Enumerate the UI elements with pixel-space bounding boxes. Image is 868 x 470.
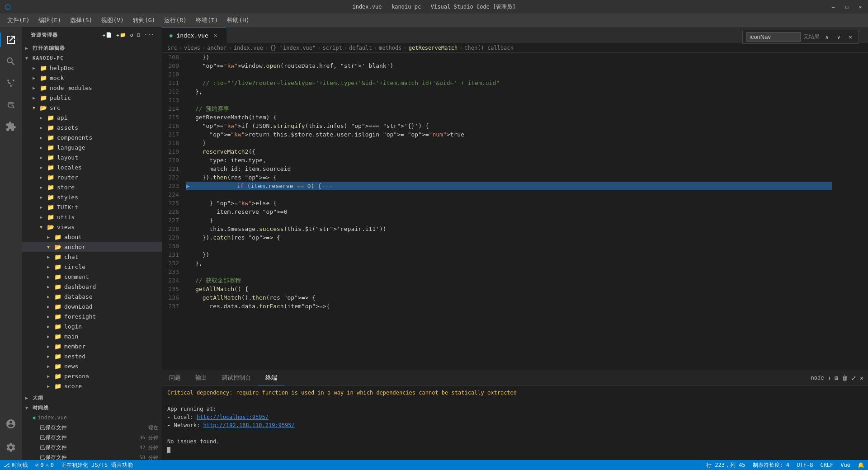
sidebar-item-layout[interactable]: ▶ 📁 layout [22, 152, 162, 162]
code-line-229[interactable]: }).catch(res "op">=> { [186, 233, 832, 242]
code-line-208[interactable]: }) [186, 53, 832, 61]
code-line-209[interactable]: "op">="kw">window.open(routeData.href, "… [186, 61, 832, 70]
sidebar-item-mock[interactable]: ▶ 📁 mock [22, 73, 162, 83]
sidebar-item-language[interactable]: ▶ 📁 language [22, 142, 162, 152]
find-prev-button[interactable]: ∧ [822, 33, 831, 42]
code-line-212[interactable]: }, [186, 87, 832, 96]
activity-extensions[interactable] [0, 116, 22, 137]
breadcrumb-then-callback[interactable]: then() callback [464, 45, 513, 51]
new-file-icon[interactable]: +📄 [103, 32, 113, 38]
terminal-kill-button[interactable]: 🗑 [842, 375, 848, 381]
sidebar-item-circle[interactable]: ▶ 📁 circle [22, 262, 162, 272]
code-line-232[interactable]: }, [186, 259, 832, 268]
sidebar-item-database[interactable]: ▶ 📁 database [22, 291, 162, 301]
status-notifications[interactable]: 🔔 [854, 460, 868, 470]
code-line-222[interactable]: }).then(res "op">=> { [186, 173, 832, 182]
code-line-216[interactable]: "op">="kw">if (JSON.stringify(this.infos… [186, 122, 832, 130]
code-line-228[interactable]: this.$message.success(this.$t("str">'rep… [186, 225, 832, 233]
code-line-237[interactable]: res.data.data.forEach(item"op">=>{ [186, 302, 832, 310]
activity-git[interactable] [0, 72, 22, 94]
sidebar-item-main[interactable]: ▶ 📁 main [22, 331, 162, 341]
fold-arrow-223[interactable]: ▶ [186, 182, 195, 190]
new-folder-icon[interactable]: +📁 [116, 32, 127, 38]
code-line-221[interactable]: match_id: item.sourceid [186, 164, 832, 173]
terminal-output[interactable]: Critical dependency: require function is… [162, 386, 868, 460]
minimize-button[interactable]: — [830, 4, 836, 10]
terminal-add-button[interactable]: + [828, 375, 831, 381]
sidebar-item-persona[interactable]: ▶ 📁 persona [22, 371, 162, 381]
sidebar-item-views[interactable]: ▼ 📂 views [22, 222, 162, 232]
code-line-225[interactable]: } "op">="kw">else { [186, 199, 832, 207]
outline-section[interactable]: ▶ 大纲 [22, 393, 162, 403]
sidebar-item-dashboard[interactable]: ▶ 📁 dashboard [22, 282, 162, 291]
code-line-230[interactable] [186, 242, 832, 250]
menu-goto[interactable]: 转到(G) [129, 14, 159, 26]
breadcrumb-src[interactable]: src [167, 45, 177, 51]
status-sync[interactable]: 正在初始化 JS/TS 语言功能 [57, 460, 137, 470]
menu-run[interactable]: 运行(R) [160, 14, 190, 26]
sidebar-item-comment[interactable]: ▶ 📁 comment [22, 272, 162, 282]
find-close-button[interactable]: ✕ [846, 33, 855, 42]
sidebar-item-news[interactable]: ▶ 📁 news [22, 361, 162, 371]
activity-search[interactable] [0, 51, 22, 72]
find-next-button[interactable]: ∨ [834, 33, 843, 42]
breadcrumb-anchor[interactable]: anchor [207, 45, 226, 51]
code-line-210[interactable] [186, 70, 832, 79]
menu-select[interactable]: 选择(S) [66, 14, 96, 26]
breadcrumb-script[interactable]: script [323, 45, 342, 51]
more-icon[interactable]: ··· [144, 32, 155, 38]
breadcrumb-views[interactable]: views [184, 45, 200, 51]
status-git-branch[interactable]: ⎇ 时间线 [0, 460, 32, 470]
open-editors-section[interactable]: ▶ 打开的编辑器 [22, 43, 162, 53]
code-line-234[interactable]: // 获取全部赛程 [186, 276, 832, 285]
status-encoding[interactable]: UTF-8 [793, 460, 816, 470]
timeline-entry-3[interactable]: 已保存文件 42 分钟 [22, 442, 162, 452]
panel-tab-debug[interactable]: 调试控制台 [214, 370, 258, 386]
activity-debug[interactable] [0, 94, 22, 116]
sidebar-item-components[interactable]: ▶ 📁 components [22, 132, 162, 142]
breadcrumb-file[interactable]: index.vue [234, 45, 263, 51]
menu-edit[interactable]: 编辑(E) [35, 14, 64, 26]
sidebar-item-foresight[interactable]: ▶ 📁 foresight [22, 311, 162, 321]
code-line-217[interactable]: "op">="kw">return this.$store.state.user… [186, 130, 832, 139]
sidebar-item-chat[interactable]: ▶ 📁 chat [22, 252, 162, 262]
panel-close-button[interactable]: ✕ [860, 375, 863, 381]
sidebar-item-src[interactable]: ▼ 📂 src [22, 103, 162, 113]
menu-help[interactable]: 帮助(H) [223, 14, 253, 26]
code-line-226[interactable]: item.reserve "op">= 0 [186, 207, 832, 216]
breadcrumb-getReserveMatch[interactable]: getReserveMatch [409, 45, 458, 51]
status-eol[interactable]: CRLF [816, 460, 837, 470]
menu-file[interactable]: 文件(F) [4, 14, 33, 26]
status-errors[interactable]: ⊘ 0 △ 0 [32, 460, 57, 470]
panel-tab-output[interactable]: 输出 [188, 370, 214, 386]
network-url-link[interactable]: http://192.168.110.219:9595/ [203, 422, 294, 428]
sidebar-item-node_modules[interactable]: ▶ 📁 node_modules [22, 83, 162, 93]
code-line-213[interactable] [186, 96, 832, 104]
sidebar-item-locales[interactable]: ▶ 📁 locales [22, 162, 162, 172]
code-line-219[interactable]: reserveMatch2({ [186, 147, 832, 156]
code-line-223[interactable]: ▶ if (item.reserve == 0) {··· [186, 182, 832, 190]
timeline-section[interactable]: ▼ 时间线 [22, 403, 162, 413]
sidebar-item-downLoad[interactable]: ▶ 📁 downLoad [22, 301, 162, 311]
sidebar-item-store[interactable]: ▶ 📁 store [22, 182, 162, 192]
activity-explorer[interactable] [0, 29, 22, 51]
code-line-218[interactable]: } [186, 139, 832, 147]
sidebar-item-api[interactable]: ▶ 📁 api [22, 113, 162, 122]
sidebar-item-TUIKit[interactable]: ▶ 📁 TUIKit [22, 202, 162, 212]
breadcrumb-methods[interactable]: methods [379, 45, 402, 51]
sidebar-item-member[interactable]: ▶ 📁 member [22, 341, 162, 351]
local-url-link[interactable]: http://localhost:9595/ [197, 414, 269, 420]
panel-tab-problems[interactable]: 问题 [162, 370, 188, 386]
timeline-entry-4[interactable]: 已保存文件 58 分钟 [22, 452, 162, 460]
code-line-220[interactable]: type: item.type, [186, 156, 832, 164]
code-line-235[interactable]: getAllMatch() { [186, 285, 832, 293]
menu-view[interactable]: 视图(V) [98, 14, 127, 26]
code-line-227[interactable]: } [186, 216, 832, 225]
timeline-entry-1[interactable]: 已保存文件 现在 [22, 423, 162, 432]
code-editor[interactable]: }) "op">="kw">window.open(routeData.href… [184, 53, 832, 370]
timeline-entry-2[interactable]: 已保存文件 36 分钟 [22, 432, 162, 442]
terminal-split-button[interactable]: ⊞ [835, 375, 838, 381]
sidebar-item-nested[interactable]: ▶ 📁 nested [22, 351, 162, 361]
terminal-maximize-button[interactable]: ⤢ [851, 375, 856, 381]
menu-terminal[interactable]: 终端(T) [192, 14, 222, 26]
